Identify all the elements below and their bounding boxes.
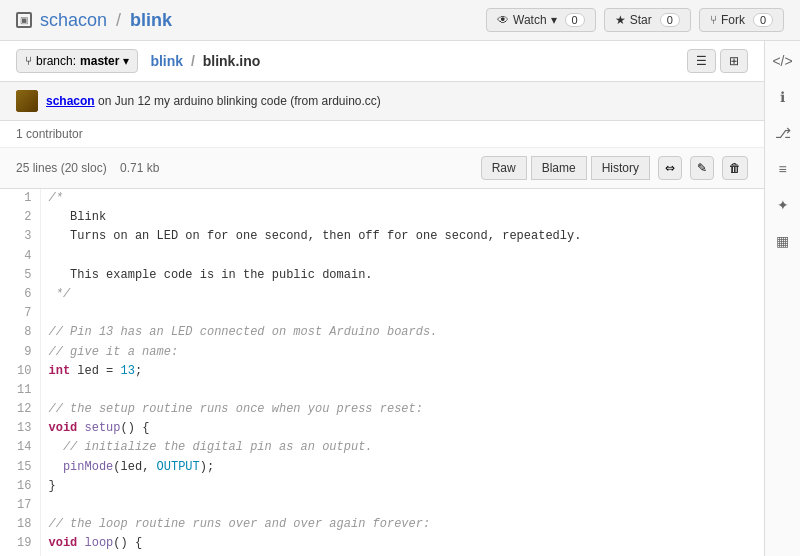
fork-icon: ⑂ bbox=[710, 13, 717, 27]
commit-message: my arduino blinking code (from arduino.c… bbox=[154, 94, 381, 108]
line-content bbox=[40, 496, 764, 515]
breadcrumb-separator: / bbox=[191, 53, 199, 69]
table-row: 11 bbox=[0, 381, 764, 400]
line-number[interactable]: 17 bbox=[0, 496, 40, 515]
table-row: 1 /* bbox=[0, 189, 764, 208]
fork-label: Fork bbox=[721, 13, 745, 27]
line-content: Blink bbox=[40, 208, 764, 227]
table-row: 8 // Pin 13 has an LED connected on most… bbox=[0, 323, 764, 342]
top-header: ▣ schacon / blink 👁 Watch ▾ 0 ★ Star 0 ⑂… bbox=[0, 0, 800, 41]
code-view: 1 /* 2 Blink 3 Turns on an LED on for on… bbox=[0, 189, 764, 556]
info-icon[interactable]: ℹ bbox=[776, 85, 789, 109]
table-row: 3 Turns on an LED on for one second, the… bbox=[0, 227, 764, 246]
line-number[interactable]: 12 bbox=[0, 400, 40, 419]
line-number[interactable]: 8 bbox=[0, 323, 40, 342]
breadcrumb-parent-link[interactable]: blink bbox=[150, 53, 183, 69]
line-content bbox=[40, 381, 764, 400]
path-separator: / bbox=[116, 10, 126, 30]
header-actions: 👁 Watch ▾ 0 ★ Star 0 ⑂ Fork 0 bbox=[486, 8, 784, 32]
line-content: // initialize the digital pin as an outp… bbox=[40, 438, 764, 457]
book-icon[interactable]: ≡ bbox=[774, 157, 790, 181]
line-number[interactable]: 9 bbox=[0, 343, 40, 362]
line-number[interactable]: 15 bbox=[0, 458, 40, 477]
star-icon: ★ bbox=[615, 13, 626, 27]
line-content: // Pin 13 has an LED connected on most A… bbox=[40, 323, 764, 342]
line-number[interactable]: 16 bbox=[0, 477, 40, 496]
line-number[interactable]: 13 bbox=[0, 419, 40, 438]
star-button[interactable]: ★ Star 0 bbox=[604, 8, 691, 32]
table-row: 16 } bbox=[0, 477, 764, 496]
line-number[interactable]: 6 bbox=[0, 285, 40, 304]
lines-info: 25 lines (20 sloc) bbox=[16, 161, 107, 175]
repo-owner-link[interactable]: schacon bbox=[40, 10, 107, 30]
table-row: 10 int led = 13; bbox=[0, 362, 764, 381]
delete-button[interactable]: 🗑 bbox=[722, 156, 748, 180]
line-content: */ bbox=[40, 285, 764, 304]
watch-count: 0 bbox=[565, 13, 585, 27]
branch-history-icon[interactable]: ⎇ bbox=[771, 121, 795, 145]
repo-icon: ▣ bbox=[16, 12, 32, 28]
history-button[interactable]: History bbox=[591, 156, 650, 180]
commit-info: schacon on Jun 12 my arduino blinking co… bbox=[46, 94, 381, 108]
table-row: 6 */ bbox=[0, 285, 764, 304]
line-number[interactable]: 2 bbox=[0, 208, 40, 227]
plus-icon[interactable]: ✦ bbox=[773, 193, 793, 217]
edit-button[interactable]: ✎ bbox=[690, 156, 714, 180]
line-number[interactable]: 11 bbox=[0, 381, 40, 400]
dropdown-icon: ▾ bbox=[123, 54, 129, 68]
wrap-button[interactable]: ⇔ bbox=[658, 156, 682, 180]
line-content bbox=[40, 304, 764, 323]
repo-name-link[interactable]: blink bbox=[130, 10, 172, 30]
line-number[interactable]: 1 bbox=[0, 189, 40, 208]
line-number[interactable]: 4 bbox=[0, 247, 40, 266]
line-number[interactable]: 3 bbox=[0, 227, 40, 246]
chart-icon[interactable]: ▦ bbox=[772, 229, 793, 253]
contributors-count: 1 contributor bbox=[16, 127, 83, 141]
branch-name: master bbox=[80, 54, 119, 68]
commit-date: on bbox=[98, 94, 115, 108]
line-content: Turns on an LED on for one second, then … bbox=[40, 227, 764, 246]
table-row: 7 bbox=[0, 304, 764, 323]
line-content: // give it a name: bbox=[40, 343, 764, 362]
line-number[interactable]: 7 bbox=[0, 304, 40, 323]
line-number[interactable]: 14 bbox=[0, 438, 40, 457]
line-content: } bbox=[40, 477, 764, 496]
table-row: 19 void loop() { bbox=[0, 534, 764, 553]
line-number[interactable]: 10 bbox=[0, 362, 40, 381]
line-number[interactable]: 5 bbox=[0, 266, 40, 285]
table-row: 14 // initialize the digital pin as an o… bbox=[0, 438, 764, 457]
fork-count: 0 bbox=[753, 13, 773, 27]
line-content: void loop() { bbox=[40, 534, 764, 553]
branch-label: branch: bbox=[36, 54, 76, 68]
blame-button[interactable]: Blame bbox=[531, 156, 587, 180]
code-icon[interactable]: </> bbox=[768, 49, 796, 73]
star-count: 0 bbox=[660, 13, 680, 27]
table-row: 17 bbox=[0, 496, 764, 515]
commit-author-link[interactable]: schacon bbox=[46, 94, 95, 108]
contributors-line: 1 contributor bbox=[0, 121, 764, 148]
fork-button[interactable]: ⑂ Fork 0 bbox=[699, 8, 784, 32]
line-number[interactable]: 18 bbox=[0, 515, 40, 534]
commit-bar: schacon on Jun 12 my arduino blinking co… bbox=[0, 82, 764, 121]
watch-button[interactable]: 👁 Watch ▾ 0 bbox=[486, 8, 596, 32]
table-row: 2 Blink bbox=[0, 208, 764, 227]
commit-date-value: Jun 12 bbox=[115, 94, 151, 108]
line-number[interactable]: 19 bbox=[0, 534, 40, 553]
right-sidebar: </> ℹ ⎇ ≡ ✦ ▦ bbox=[764, 41, 800, 556]
branch-selector[interactable]: ⑂ branch: master ▾ bbox=[16, 49, 138, 73]
raw-button[interactable]: Raw bbox=[481, 156, 527, 180]
watch-label: Watch bbox=[513, 13, 547, 27]
line-content: int led = 13; bbox=[40, 362, 764, 381]
table-row: 18 // the loop routine runs over and ove… bbox=[0, 515, 764, 534]
line-content bbox=[40, 247, 764, 266]
grid-view-button[interactable]: ⊞ bbox=[720, 49, 748, 73]
line-content: // the setup routine runs once when you … bbox=[40, 400, 764, 419]
content-area: ⑂ branch: master ▾ blink / blink.ino ☰ ⊞… bbox=[0, 41, 764, 556]
table-row: 15 pinMode(led, OUTPUT); bbox=[0, 458, 764, 477]
table-row: 13 void setup() { bbox=[0, 419, 764, 438]
repo-path: schacon / blink bbox=[40, 10, 486, 31]
line-content: void setup() { bbox=[40, 419, 764, 438]
main-layout: ⑂ branch: master ▾ blink / blink.ino ☰ ⊞… bbox=[0, 41, 800, 556]
line-content: // the loop routine runs over and over a… bbox=[40, 515, 764, 534]
list-view-button[interactable]: ☰ bbox=[687, 49, 716, 73]
